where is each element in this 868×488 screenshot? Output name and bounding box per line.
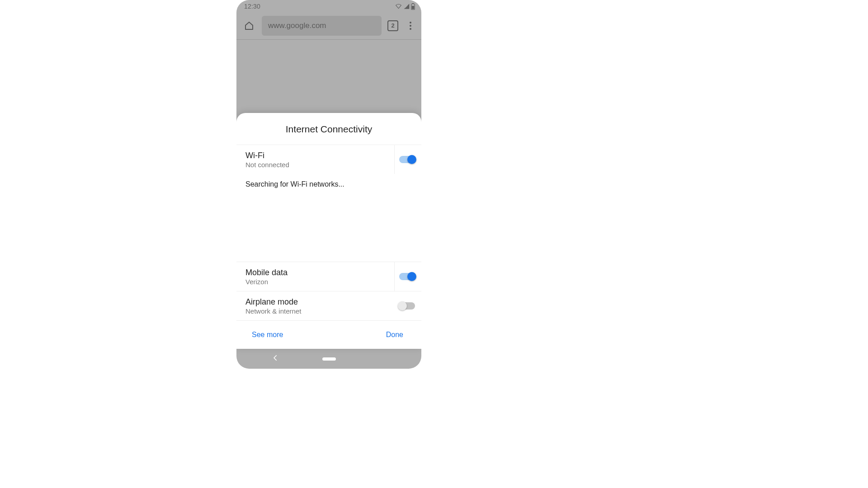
chevron-left-icon <box>271 354 279 362</box>
home-gesture-handle[interactable] <box>322 357 336 361</box>
home-button[interactable] <box>241 18 257 34</box>
wifi-row[interactable]: Wi-Fi Not connected <box>236 145 421 172</box>
done-button[interactable]: Done <box>386 331 403 339</box>
url-text: www.google.com <box>268 21 326 30</box>
kebab-dot-icon <box>410 28 411 30</box>
phone-frame: 12:30 www.google.com <box>236 0 421 369</box>
back-button[interactable] <box>271 354 279 364</box>
airplane-mode-labels: Airplane mode Network & internet <box>245 297 301 315</box>
wifi-title: Wi-Fi <box>245 151 289 160</box>
wifi-toggle[interactable] <box>399 156 415 163</box>
system-nav-bar <box>236 349 421 369</box>
svg-rect-2 <box>412 6 414 9</box>
wifi-network-list <box>236 195 421 262</box>
browser-toolbar: www.google.com 2 <box>236 12 421 40</box>
status-bar: 12:30 <box>236 0 421 12</box>
svg-rect-1 <box>412 3 414 4</box>
see-more-button[interactable]: See more <box>252 331 283 339</box>
airplane-mode-subtitle: Network & internet <box>245 307 301 315</box>
airplane-mode-toggle-wrap <box>394 291 421 320</box>
airplane-mode-row[interactable]: Airplane mode Network & internet <box>236 291 421 321</box>
wifi-toggle-wrap <box>394 145 421 174</box>
mobile-data-row[interactable]: Mobile data Verizon <box>236 262 421 291</box>
status-time: 12:30 <box>244 3 260 10</box>
sheet-title: Internet Connectivity <box>236 113 421 145</box>
toggle-knob-icon <box>407 272 416 281</box>
sheet-footer: See more Done <box>236 321 421 349</box>
airplane-mode-toggle[interactable] <box>399 302 415 310</box>
tabs-count: 2 <box>391 22 394 29</box>
wifi-subtitle: Not connected <box>245 161 289 169</box>
toggle-knob-icon <box>398 301 407 310</box>
mobile-data-labels: Mobile data Verizon <box>245 268 288 286</box>
url-bar[interactable]: www.google.com <box>262 16 382 36</box>
mobile-data-toggle[interactable] <box>399 273 415 280</box>
mobile-data-toggle-wrap <box>394 262 421 291</box>
battery-icon <box>411 3 415 10</box>
overflow-menu-button[interactable] <box>404 22 417 30</box>
wifi-labels: Wi-Fi Not connected <box>245 151 289 169</box>
wifi-searching-text: Searching for Wi-Fi networks... <box>236 172 421 195</box>
home-icon <box>244 20 255 31</box>
airplane-mode-title: Airplane mode <box>245 297 301 307</box>
cellular-signal-icon <box>403 3 410 9</box>
wifi-signal-icon <box>395 3 402 9</box>
status-icons <box>395 3 415 10</box>
mobile-data-subtitle: Verizon <box>245 278 288 286</box>
connectivity-sheet: Internet Connectivity Wi-Fi Not connecte… <box>236 113 421 349</box>
kebab-dot-icon <box>410 22 411 23</box>
tabs-button[interactable]: 2 <box>386 20 400 31</box>
wifi-section: Wi-Fi Not connected Searching for Wi-Fi … <box>236 145 421 262</box>
mobile-data-title: Mobile data <box>245 268 288 277</box>
kebab-dot-icon <box>410 25 411 27</box>
toggle-knob-icon <box>407 155 416 164</box>
tabs-count-box: 2 <box>387 20 398 31</box>
